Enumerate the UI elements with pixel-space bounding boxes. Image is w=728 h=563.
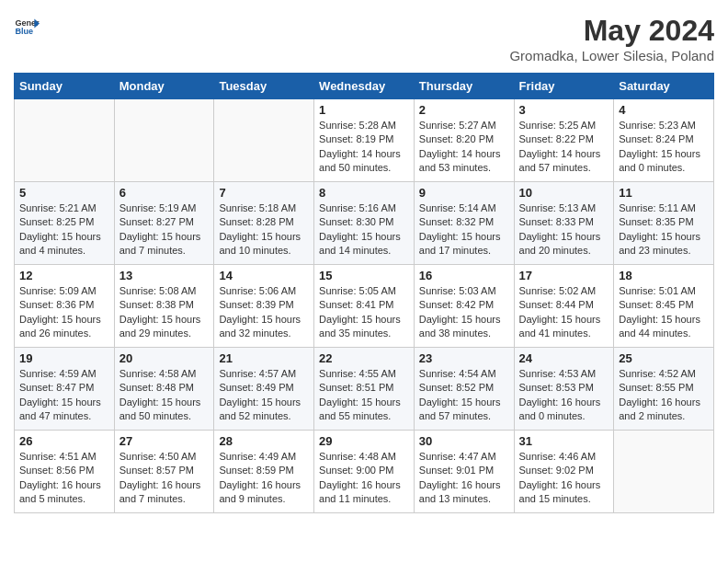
month-title: May 2024 xyxy=(509,14,714,48)
calendar-cell: 22Sunrise: 4:55 AMSunset: 8:51 PMDayligh… xyxy=(314,348,415,431)
calendar-cell xyxy=(114,99,214,182)
calendar-week-row: 1Sunrise: 5:28 AMSunset: 8:19 PMDaylight… xyxy=(15,99,714,182)
calendar-cell xyxy=(15,99,115,182)
day-number: 3 xyxy=(519,103,609,117)
calendar-cell: 26Sunrise: 4:51 AMSunset: 8:56 PMDayligh… xyxy=(15,431,115,513)
day-number: 19 xyxy=(19,351,109,365)
day-info: Sunrise: 5:21 AMSunset: 8:25 PMDaylight:… xyxy=(19,201,109,259)
day-number: 1 xyxy=(319,103,409,117)
day-number: 4 xyxy=(619,103,709,117)
calendar-cell xyxy=(214,99,314,182)
day-info: Sunrise: 5:02 AMSunset: 8:44 PMDaylight:… xyxy=(519,284,609,341)
day-number: 25 xyxy=(619,351,709,365)
calendar-cell: 29Sunrise: 4:48 AMSunset: 9:00 PMDayligh… xyxy=(314,431,415,513)
calendar-week-row: 19Sunrise: 4:59 AMSunset: 8:47 PMDayligh… xyxy=(15,348,714,431)
day-info: Sunrise: 4:46 AMSunset: 9:02 PMDaylight:… xyxy=(519,450,609,507)
calendar-cell: 16Sunrise: 5:03 AMSunset: 8:42 PMDayligh… xyxy=(414,265,514,348)
day-info: Sunrise: 4:57 AMSunset: 8:49 PMDaylight:… xyxy=(219,367,309,424)
day-number: 23 xyxy=(419,351,509,365)
logo-icon: General Blue xyxy=(14,14,40,40)
day-info: Sunrise: 5:16 AMSunset: 8:30 PMDaylight:… xyxy=(319,201,409,259)
day-number: 24 xyxy=(519,351,609,365)
calendar-cell: 28Sunrise: 4:49 AMSunset: 8:59 PMDayligh… xyxy=(214,431,314,513)
day-number: 2 xyxy=(419,103,509,117)
location-subtitle: Gromadka, Lower Silesia, Poland xyxy=(509,48,714,63)
day-info: Sunrise: 4:47 AMSunset: 9:01 PMDaylight:… xyxy=(419,450,509,507)
calendar-cell: 8Sunrise: 5:16 AMSunset: 8:30 PMDaylight… xyxy=(314,182,415,265)
day-number: 16 xyxy=(419,269,509,282)
logo: General Blue xyxy=(14,14,40,40)
day-info: Sunrise: 5:14 AMSunset: 8:32 PMDaylight:… xyxy=(419,201,509,259)
day-info: Sunrise: 4:48 AMSunset: 9:00 PMDaylight:… xyxy=(319,450,409,507)
day-info: Sunrise: 4:53 AMSunset: 8:53 PMDaylight:… xyxy=(519,367,609,424)
day-number: 6 xyxy=(119,186,210,200)
svg-text:Blue: Blue xyxy=(15,27,33,36)
day-number: 26 xyxy=(19,434,109,448)
calendar-cell: 3Sunrise: 5:25 AMSunset: 8:22 PMDaylight… xyxy=(514,99,614,182)
calendar-week-row: 26Sunrise: 4:51 AMSunset: 8:56 PMDayligh… xyxy=(15,431,714,513)
day-info: Sunrise: 4:59 AMSunset: 8:47 PMDaylight:… xyxy=(19,367,109,424)
weekday-header-friday: Friday xyxy=(514,74,614,99)
day-info: Sunrise: 5:13 AMSunset: 8:33 PMDaylight:… xyxy=(519,201,609,259)
calendar-cell: 1Sunrise: 5:28 AMSunset: 8:19 PMDaylight… xyxy=(314,99,415,182)
day-info: Sunrise: 5:03 AMSunset: 8:42 PMDaylight:… xyxy=(419,284,509,341)
day-info: Sunrise: 5:28 AMSunset: 8:19 PMDaylight:… xyxy=(319,119,409,176)
day-number: 11 xyxy=(619,186,709,200)
calendar-cell: 15Sunrise: 5:05 AMSunset: 8:41 PMDayligh… xyxy=(314,265,415,348)
weekday-header-sunday: Sunday xyxy=(15,74,115,99)
calendar-cell: 14Sunrise: 5:06 AMSunset: 8:39 PMDayligh… xyxy=(214,265,314,348)
day-info: Sunrise: 4:51 AMSunset: 8:56 PMDaylight:… xyxy=(19,450,109,507)
calendar-cell: 5Sunrise: 5:21 AMSunset: 8:25 PMDaylight… xyxy=(15,182,115,265)
calendar-cell: 31Sunrise: 4:46 AMSunset: 9:02 PMDayligh… xyxy=(514,431,614,513)
day-info: Sunrise: 4:52 AMSunset: 8:55 PMDaylight:… xyxy=(619,367,709,424)
day-number: 31 xyxy=(519,434,609,448)
day-info: Sunrise: 5:19 AMSunset: 8:27 PMDaylight:… xyxy=(119,201,210,259)
day-number: 20 xyxy=(119,351,210,365)
weekday-header-row: SundayMondayTuesdayWednesdayThursdayFrid… xyxy=(15,74,714,99)
weekday-header-thursday: Thursday xyxy=(414,74,514,99)
calendar-cell: 4Sunrise: 5:23 AMSunset: 8:24 PMDaylight… xyxy=(614,99,714,182)
day-number: 14 xyxy=(219,269,309,282)
day-number: 5 xyxy=(19,186,109,200)
day-info: Sunrise: 5:05 AMSunset: 8:41 PMDaylight:… xyxy=(319,284,409,341)
calendar-cell: 7Sunrise: 5:18 AMSunset: 8:28 PMDaylight… xyxy=(214,182,314,265)
calendar-cell: 10Sunrise: 5:13 AMSunset: 8:33 PMDayligh… xyxy=(514,182,614,265)
calendar-cell: 20Sunrise: 4:58 AMSunset: 8:48 PMDayligh… xyxy=(114,348,214,431)
day-number: 15 xyxy=(319,269,409,282)
calendar-table: SundayMondayTuesdayWednesdayThursdayFrid… xyxy=(14,73,714,513)
calendar-cell: 23Sunrise: 4:54 AMSunset: 8:52 PMDayligh… xyxy=(414,348,514,431)
calendar-cell: 21Sunrise: 4:57 AMSunset: 8:49 PMDayligh… xyxy=(214,348,314,431)
calendar-cell: 19Sunrise: 4:59 AMSunset: 8:47 PMDayligh… xyxy=(15,348,115,431)
day-number: 17 xyxy=(519,269,609,282)
day-info: Sunrise: 4:54 AMSunset: 8:52 PMDaylight:… xyxy=(419,367,509,424)
day-info: Sunrise: 5:23 AMSunset: 8:24 PMDaylight:… xyxy=(619,119,709,176)
calendar-week-row: 5Sunrise: 5:21 AMSunset: 8:25 PMDaylight… xyxy=(15,182,714,265)
calendar-cell: 11Sunrise: 5:11 AMSunset: 8:35 PMDayligh… xyxy=(614,182,714,265)
day-info: Sunrise: 5:06 AMSunset: 8:39 PMDaylight:… xyxy=(219,284,309,341)
calendar-cell: 25Sunrise: 4:52 AMSunset: 8:55 PMDayligh… xyxy=(614,348,714,431)
day-info: Sunrise: 5:25 AMSunset: 8:22 PMDaylight:… xyxy=(519,119,609,176)
title-area: May 2024 Gromadka, Lower Silesia, Poland xyxy=(509,14,714,63)
day-number: 7 xyxy=(219,186,309,200)
day-number: 30 xyxy=(419,434,509,448)
weekday-header-monday: Monday xyxy=(114,74,214,99)
calendar-cell: 13Sunrise: 5:08 AMSunset: 8:38 PMDayligh… xyxy=(114,265,214,348)
calendar-cell: 18Sunrise: 5:01 AMSunset: 8:45 PMDayligh… xyxy=(614,265,714,348)
day-info: Sunrise: 4:58 AMSunset: 8:48 PMDaylight:… xyxy=(119,367,210,424)
weekday-header-tuesday: Tuesday xyxy=(214,74,314,99)
day-number: 9 xyxy=(419,186,509,200)
calendar-cell: 30Sunrise: 4:47 AMSunset: 9:01 PMDayligh… xyxy=(414,431,514,513)
day-number: 22 xyxy=(319,351,409,365)
day-info: Sunrise: 5:11 AMSunset: 8:35 PMDaylight:… xyxy=(619,201,709,259)
day-info: Sunrise: 5:08 AMSunset: 8:38 PMDaylight:… xyxy=(119,284,210,341)
day-info: Sunrise: 5:18 AMSunset: 8:28 PMDaylight:… xyxy=(219,201,309,259)
day-number: 10 xyxy=(519,186,609,200)
day-number: 28 xyxy=(219,434,309,448)
day-info: Sunrise: 5:09 AMSunset: 8:36 PMDaylight:… xyxy=(19,284,109,341)
calendar-cell: 24Sunrise: 4:53 AMSunset: 8:53 PMDayligh… xyxy=(514,348,614,431)
day-number: 13 xyxy=(119,269,210,282)
day-info: Sunrise: 4:55 AMSunset: 8:51 PMDaylight:… xyxy=(319,367,409,424)
calendar-cell: 12Sunrise: 5:09 AMSunset: 8:36 PMDayligh… xyxy=(15,265,115,348)
day-number: 29 xyxy=(319,434,409,448)
calendar-cell xyxy=(614,431,714,513)
